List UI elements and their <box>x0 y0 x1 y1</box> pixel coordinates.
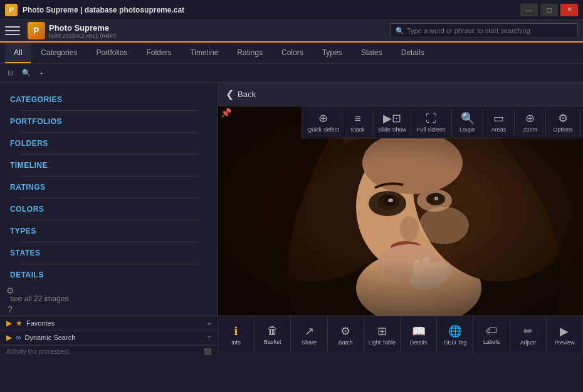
favorites-item[interactable]: ▶ ★ Favorites ≡ <box>0 316 218 331</box>
sidebar-item-states[interactable]: STATES <box>10 245 207 261</box>
share-button[interactable]: ↗ Share <box>291 316 327 353</box>
titlebar: P Photo Supreme | database photosupreme.… <box>0 0 583 20</box>
tab-types[interactable]: Types <box>313 43 351 63</box>
maximize-button[interactable]: □ <box>540 4 558 16</box>
bottom-toolbar: ℹ Info 🗑 Basket ↗ Share ⚙ Batch ⊞ Light … <box>218 316 583 353</box>
details-button[interactable]: 📖 Details <box>401 316 437 353</box>
sidebar-item-details[interactable]: DETAILS <box>10 267 207 283</box>
sidebar-item-portfolios[interactable]: PORTFOLIOS <box>10 113 207 130</box>
activity-bar: Activity (no processes) ⬛ <box>0 345 218 358</box>
info-icon: ℹ <box>234 324 238 338</box>
divider <box>20 110 197 111</box>
help-icon[interactable]: ? <box>3 302 18 317</box>
titlebar-controls: — □ ✕ <box>520 4 578 16</box>
top-toolbar: ⊕ Quick Select ≡ Stack ▶⊡ Slide Show ⛶ F… <box>302 106 583 138</box>
tab-details[interactable]: Details <box>392 43 433 63</box>
filter-toggle[interactable]: ⊟ <box>5 68 16 78</box>
batch-button[interactable]: ⚙ Batch <box>328 316 364 353</box>
fullscreen-button[interactable]: ⛶ Full Screen <box>411 109 452 135</box>
pin-icon[interactable]: 📌 <box>221 108 231 118</box>
adjust-button[interactable]: ✏ Adjust <box>510 316 547 353</box>
back-arrow-icon: ❮ <box>226 88 234 100</box>
details-icon: 📖 <box>412 324 426 338</box>
areas-button[interactable]: ▭ Areas <box>483 109 515 135</box>
areas-icon: ▭ <box>493 111 504 125</box>
app-logo: P Photo Supreme build 2023.0.2.4811 (64b… <box>28 22 116 39</box>
filter-bar: ⊟ 🔍 + <box>0 64 583 83</box>
tab-portfolios[interactable]: Portfolios <box>87 43 136 63</box>
settings-icon[interactable]: ⚙ <box>3 283 18 298</box>
dynamic-search-item[interactable]: ▶ ∞ Dynamic Search ≡ <box>0 331 218 345</box>
top-nav: P Photo Supreme build 2023.0.2.4811 (64b… <box>0 20 583 43</box>
tab-categories[interactable]: Categories <box>32 43 86 63</box>
tab-bar: All Categories Portfolios Folders Timeli… <box>0 43 583 64</box>
search-input[interactable] <box>407 27 572 34</box>
options-button[interactable]: ⚙ Options <box>546 109 580 135</box>
back-bar: ❮ Back <box>218 83 583 106</box>
sidebar-item-colors[interactable]: COLORS <box>10 201 207 217</box>
tab-states[interactable]: States <box>352 43 391 63</box>
minimize-button[interactable]: — <box>520 4 538 16</box>
slideshow-icon: ▶⊡ <box>383 111 401 125</box>
titlebar-title: Photo Supreme | database photosupreme.ca… <box>23 6 184 14</box>
geo-tag-button[interactable]: 🌐 GEO Tag <box>437 316 473 353</box>
sidebar-item-categories[interactable]: CATEGORIES <box>10 91 207 108</box>
light-table-icon: ⊞ <box>377 324 387 338</box>
sidebar-item-folders[interactable]: FOLDERS <box>10 135 207 152</box>
sidebar-item-types[interactable]: TYPES <box>10 223 207 239</box>
tab-timeline[interactable]: Timeline <box>181 43 227 63</box>
tab-folders[interactable]: Folders <box>137 43 180 63</box>
loupe-button[interactable]: 🔍 Loupe <box>452 109 483 135</box>
stack-button[interactable]: ≡ Stack <box>342 109 374 135</box>
dynamic-search-menu-icon[interactable]: ≡ <box>207 334 211 341</box>
preview-button[interactable]: ▶ Preview <box>547 316 583 353</box>
sidebar-nav: CATEGORIES PORTFOLIOS FOLDERS TIMELINE R… <box>0 88 218 287</box>
divider <box>20 264 197 264</box>
app-build: build 2023.0.2.4811 (64bit) <box>49 33 116 39</box>
close-button[interactable]: ✕ <box>560 4 578 16</box>
favorites-menu-icon[interactable]: ≡ <box>207 319 211 327</box>
quick-select-icon: ⊕ <box>318 111 328 125</box>
back-button[interactable]: ❮ Back <box>226 88 256 100</box>
light-table-button[interactable]: ⊞ Light Table <box>364 316 401 353</box>
main-layout: CATEGORIES PORTFOLIOS FOLDERS TIMELINE R… <box>0 83 583 316</box>
add-filter[interactable]: + <box>37 68 46 78</box>
basket-icon: 🗑 <box>267 324 278 338</box>
batch-icon: ⚙ <box>340 324 350 338</box>
info-button[interactable]: ℹ Info <box>218 316 255 353</box>
slideshow-button[interactable]: ▶⊡ Slide Show <box>374 109 411 135</box>
labels-button[interactable]: 🏷 Labels <box>473 316 510 353</box>
labels-icon: 🏷 <box>486 324 497 338</box>
basket-button[interactable]: 🗑 Basket <box>255 316 291 353</box>
sidebar-item-ratings[interactable]: RATINGS <box>10 179 207 195</box>
divider <box>20 242 197 242</box>
tab-all[interactable]: All <box>5 43 31 63</box>
see-all-images[interactable]: see all 22 images <box>0 287 218 311</box>
search-filter[interactable]: 🔍 <box>19 68 33 78</box>
search-bar[interactable]: 🔍 <box>390 23 578 38</box>
options-icon: ⚙ <box>558 111 568 125</box>
side-icons: ⚙ ? <box>3 283 18 317</box>
back-label: Back <box>238 90 256 99</box>
tab-colors[interactable]: Colors <box>273 43 312 63</box>
divider <box>20 132 197 133</box>
favorites-label: Favorites <box>26 319 204 327</box>
divider <box>20 176 197 177</box>
titlebar-text: Photo Supreme | database photosupreme.ca… <box>23 6 520 14</box>
sidebar-item-timeline[interactable]: TIMELINE <box>10 157 207 173</box>
quick-select-button[interactable]: ⊕ Quick Select <box>305 109 342 135</box>
tab-ratings[interactable]: Ratings <box>228 43 271 63</box>
left-bottom-panel: ▶ ★ Favorites ≡ ▶ ∞ Dynamic Search ≡ Act… <box>0 316 218 353</box>
hamburger-menu[interactable] <box>5 23 20 38</box>
favorites-icon: ▶ <box>6 319 12 328</box>
content-area: ❮ Back <box>218 83 583 316</box>
dynamic-search-expand-icon: ▶ <box>6 333 12 342</box>
logo-icon: P <box>28 22 45 39</box>
bottom-items-list: ▶ ★ Favorites ≡ ▶ ∞ Dynamic Search ≡ <box>0 316 218 345</box>
dynamic-search-label: Dynamic Search <box>25 334 204 341</box>
zoom-button[interactable]: ⊕ Zoom <box>515 109 546 135</box>
divider <box>20 154 197 155</box>
star-icon: ★ <box>16 319 23 328</box>
zoom-icon: ⊕ <box>525 111 535 125</box>
divider <box>20 198 197 199</box>
